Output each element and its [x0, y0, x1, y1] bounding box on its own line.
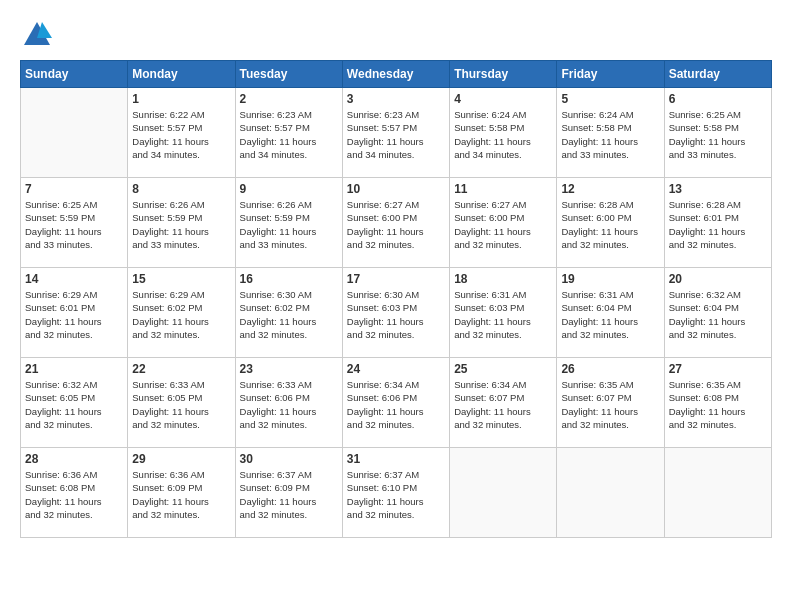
calendar-cell: 13Sunrise: 6:28 AMSunset: 6:01 PMDayligh… [664, 178, 771, 268]
calendar-cell: 18Sunrise: 6:31 AMSunset: 6:03 PMDayligh… [450, 268, 557, 358]
header-day-saturday: Saturday [664, 61, 771, 88]
calendar-cell: 3Sunrise: 6:23 AMSunset: 5:57 PMDaylight… [342, 88, 449, 178]
calendar-table: SundayMondayTuesdayWednesdayThursdayFrid… [20, 60, 772, 538]
calendar-cell: 2Sunrise: 6:23 AMSunset: 5:57 PMDaylight… [235, 88, 342, 178]
day-number: 16 [240, 272, 338, 286]
day-number: 3 [347, 92, 445, 106]
day-info: Sunrise: 6:23 AMSunset: 5:57 PMDaylight:… [240, 108, 338, 161]
day-number: 10 [347, 182, 445, 196]
calendar-cell: 14Sunrise: 6:29 AMSunset: 6:01 PMDayligh… [21, 268, 128, 358]
day-info: Sunrise: 6:36 AMSunset: 6:09 PMDaylight:… [132, 468, 230, 521]
day-number: 7 [25, 182, 123, 196]
day-number: 28 [25, 452, 123, 466]
day-number: 23 [240, 362, 338, 376]
day-number: 29 [132, 452, 230, 466]
day-info: Sunrise: 6:29 AMSunset: 6:02 PMDaylight:… [132, 288, 230, 341]
week-row-3: 21Sunrise: 6:32 AMSunset: 6:05 PMDayligh… [21, 358, 772, 448]
calendar-cell: 20Sunrise: 6:32 AMSunset: 6:04 PMDayligh… [664, 268, 771, 358]
day-info: Sunrise: 6:31 AMSunset: 6:04 PMDaylight:… [561, 288, 659, 341]
calendar-cell: 29Sunrise: 6:36 AMSunset: 6:09 PMDayligh… [128, 448, 235, 538]
header-day-monday: Monday [128, 61, 235, 88]
day-number: 30 [240, 452, 338, 466]
header-day-tuesday: Tuesday [235, 61, 342, 88]
calendar-cell: 22Sunrise: 6:33 AMSunset: 6:05 PMDayligh… [128, 358, 235, 448]
calendar-cell: 28Sunrise: 6:36 AMSunset: 6:08 PMDayligh… [21, 448, 128, 538]
calendar-cell: 8Sunrise: 6:26 AMSunset: 5:59 PMDaylight… [128, 178, 235, 268]
day-info: Sunrise: 6:30 AMSunset: 6:03 PMDaylight:… [347, 288, 445, 341]
day-info: Sunrise: 6:29 AMSunset: 6:01 PMDaylight:… [25, 288, 123, 341]
day-number: 5 [561, 92, 659, 106]
day-number: 17 [347, 272, 445, 286]
logo [20, 20, 52, 50]
calendar-cell: 5Sunrise: 6:24 AMSunset: 5:58 PMDaylight… [557, 88, 664, 178]
calendar-cell: 16Sunrise: 6:30 AMSunset: 6:02 PMDayligh… [235, 268, 342, 358]
calendar-cell [664, 448, 771, 538]
calendar-cell: 23Sunrise: 6:33 AMSunset: 6:06 PMDayligh… [235, 358, 342, 448]
day-number: 11 [454, 182, 552, 196]
day-info: Sunrise: 6:27 AMSunset: 6:00 PMDaylight:… [454, 198, 552, 251]
day-info: Sunrise: 6:28 AMSunset: 6:00 PMDaylight:… [561, 198, 659, 251]
calendar-cell: 31Sunrise: 6:37 AMSunset: 6:10 PMDayligh… [342, 448, 449, 538]
day-info: Sunrise: 6:32 AMSunset: 6:05 PMDaylight:… [25, 378, 123, 431]
calendar-cell [557, 448, 664, 538]
calendar-cell: 12Sunrise: 6:28 AMSunset: 6:00 PMDayligh… [557, 178, 664, 268]
day-number: 13 [669, 182, 767, 196]
day-info: Sunrise: 6:34 AMSunset: 6:06 PMDaylight:… [347, 378, 445, 431]
calendar-header: SundayMondayTuesdayWednesdayThursdayFrid… [21, 61, 772, 88]
day-info: Sunrise: 6:33 AMSunset: 6:05 PMDaylight:… [132, 378, 230, 431]
calendar-cell: 10Sunrise: 6:27 AMSunset: 6:00 PMDayligh… [342, 178, 449, 268]
day-info: Sunrise: 6:25 AMSunset: 5:59 PMDaylight:… [25, 198, 123, 251]
day-number: 31 [347, 452, 445, 466]
calendar-cell: 25Sunrise: 6:34 AMSunset: 6:07 PMDayligh… [450, 358, 557, 448]
day-number: 18 [454, 272, 552, 286]
calendar-cell: 15Sunrise: 6:29 AMSunset: 6:02 PMDayligh… [128, 268, 235, 358]
calendar-cell: 4Sunrise: 6:24 AMSunset: 5:58 PMDaylight… [450, 88, 557, 178]
day-number: 12 [561, 182, 659, 196]
day-number: 27 [669, 362, 767, 376]
day-info: Sunrise: 6:35 AMSunset: 6:07 PMDaylight:… [561, 378, 659, 431]
calendar-cell: 11Sunrise: 6:27 AMSunset: 6:00 PMDayligh… [450, 178, 557, 268]
day-info: Sunrise: 6:22 AMSunset: 5:57 PMDaylight:… [132, 108, 230, 161]
calendar-cell [21, 88, 128, 178]
day-info: Sunrise: 6:24 AMSunset: 5:58 PMDaylight:… [561, 108, 659, 161]
day-number: 4 [454, 92, 552, 106]
day-number: 19 [561, 272, 659, 286]
week-row-4: 28Sunrise: 6:36 AMSunset: 6:08 PMDayligh… [21, 448, 772, 538]
day-number: 14 [25, 272, 123, 286]
day-info: Sunrise: 6:26 AMSunset: 5:59 PMDaylight:… [132, 198, 230, 251]
day-info: Sunrise: 6:26 AMSunset: 5:59 PMDaylight:… [240, 198, 338, 251]
day-number: 1 [132, 92, 230, 106]
calendar-body: 1Sunrise: 6:22 AMSunset: 5:57 PMDaylight… [21, 88, 772, 538]
calendar-cell: 17Sunrise: 6:30 AMSunset: 6:03 PMDayligh… [342, 268, 449, 358]
day-info: Sunrise: 6:37 AMSunset: 6:10 PMDaylight:… [347, 468, 445, 521]
calendar-cell: 1Sunrise: 6:22 AMSunset: 5:57 PMDaylight… [128, 88, 235, 178]
day-info: Sunrise: 6:27 AMSunset: 6:00 PMDaylight:… [347, 198, 445, 251]
calendar-cell: 19Sunrise: 6:31 AMSunset: 6:04 PMDayligh… [557, 268, 664, 358]
day-info: Sunrise: 6:31 AMSunset: 6:03 PMDaylight:… [454, 288, 552, 341]
day-number: 6 [669, 92, 767, 106]
day-info: Sunrise: 6:24 AMSunset: 5:58 PMDaylight:… [454, 108, 552, 161]
day-info: Sunrise: 6:28 AMSunset: 6:01 PMDaylight:… [669, 198, 767, 251]
calendar-cell: 30Sunrise: 6:37 AMSunset: 6:09 PMDayligh… [235, 448, 342, 538]
day-number: 22 [132, 362, 230, 376]
calendar-cell: 6Sunrise: 6:25 AMSunset: 5:58 PMDaylight… [664, 88, 771, 178]
day-info: Sunrise: 6:36 AMSunset: 6:08 PMDaylight:… [25, 468, 123, 521]
day-info: Sunrise: 6:34 AMSunset: 6:07 PMDaylight:… [454, 378, 552, 431]
day-number: 20 [669, 272, 767, 286]
page-header [20, 20, 772, 50]
week-row-2: 14Sunrise: 6:29 AMSunset: 6:01 PMDayligh… [21, 268, 772, 358]
day-number: 8 [132, 182, 230, 196]
day-info: Sunrise: 6:23 AMSunset: 5:57 PMDaylight:… [347, 108, 445, 161]
day-number: 26 [561, 362, 659, 376]
header-day-friday: Friday [557, 61, 664, 88]
day-info: Sunrise: 6:25 AMSunset: 5:58 PMDaylight:… [669, 108, 767, 161]
header-row: SundayMondayTuesdayWednesdayThursdayFrid… [21, 61, 772, 88]
header-day-sunday: Sunday [21, 61, 128, 88]
day-info: Sunrise: 6:33 AMSunset: 6:06 PMDaylight:… [240, 378, 338, 431]
day-number: 25 [454, 362, 552, 376]
calendar-cell: 27Sunrise: 6:35 AMSunset: 6:08 PMDayligh… [664, 358, 771, 448]
calendar-cell [450, 448, 557, 538]
calendar-cell: 26Sunrise: 6:35 AMSunset: 6:07 PMDayligh… [557, 358, 664, 448]
day-info: Sunrise: 6:30 AMSunset: 6:02 PMDaylight:… [240, 288, 338, 341]
calendar-cell: 21Sunrise: 6:32 AMSunset: 6:05 PMDayligh… [21, 358, 128, 448]
